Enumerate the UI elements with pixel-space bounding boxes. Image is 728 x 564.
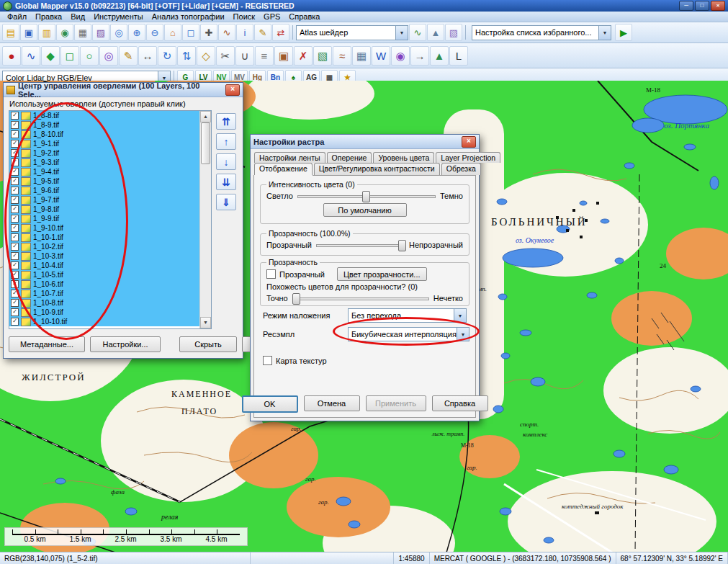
combine-features-button[interactable]: ∪	[235, 46, 254, 66]
terrain-shader-button[interactable]: ▲	[430, 46, 449, 66]
layer-checkbox[interactable]: ✓	[11, 252, 19, 260]
intensity-default-button[interactable]: По умолчанию	[323, 203, 407, 217]
layer-checkbox[interactable]: ✓	[11, 271, 19, 279]
layer-row[interactable]: ✓ 1_10-4.tif	[9, 261, 200, 270]
layer-checkbox[interactable]: ✓	[11, 205, 19, 213]
scroll-down-icon[interactable]: ▼	[200, 317, 211, 328]
slider-thumb[interactable]	[398, 240, 406, 251]
slider-thumb[interactable]	[362, 191, 370, 202]
layer-checkbox[interactable]: ✓	[11, 196, 19, 204]
open-data-button[interactable]: ▥	[38, 24, 55, 41]
digitizer-button[interactable]: ✎	[254, 24, 271, 41]
erase-button[interactable]: ✗	[294, 46, 313, 66]
layer-row[interactable]: ✓ 1_9-10.tif	[9, 223, 200, 233]
move-layer-down-button[interactable]: ↓	[216, 153, 236, 170]
move-layer-bottom-button[interactable]: ⇊	[216, 174, 236, 190]
line-of-sight-button[interactable]: →	[410, 46, 429, 66]
layer-row[interactable]: ✓ 1_10-10.tif	[9, 317, 200, 326]
layer-checkbox[interactable]: ✓	[11, 140, 19, 148]
layer-checkbox[interactable]: ✓	[11, 318, 19, 326]
slider-thumb[interactable]	[292, 293, 300, 305]
edit-feature-button[interactable]: ✎	[119, 46, 138, 66]
layer-checkbox[interactable]: ✓	[11, 168, 19, 176]
layer-row[interactable]: ✓ 1_9-8.tif	[9, 205, 200, 214]
ok-button[interactable]: OK	[242, 395, 298, 413]
favorites-combo[interactable]: Настройка списка избранного... ▼	[472, 25, 611, 40]
create-line-button[interactable]: ∿	[22, 46, 40, 66]
layer-row[interactable]: ✓ 1_9-3.tif	[9, 158, 200, 167]
layer-checkbox[interactable]: ✓	[11, 130, 19, 138]
layer-options-button[interactable]: Настройки...	[90, 336, 161, 352]
view-shed-button[interactable]: ◉	[391, 46, 410, 66]
menu-item[interactable]: GPS	[259, 12, 284, 22]
transparent-checkbox[interactable]	[266, 269, 276, 279]
lidar-tools-button[interactable]: L	[449, 46, 468, 66]
print-button[interactable]: ▦	[74, 24, 91, 41]
minimize-button[interactable]: ─	[679, 1, 693, 11]
layer-checkbox[interactable]: ✓	[11, 261, 19, 269]
cancel-button[interactable]: Отмена	[304, 395, 360, 411]
close-button[interactable]: ×	[711, 1, 725, 11]
resample-combo[interactable]: Бикубическая интерполяция ▼	[348, 327, 469, 341]
create-circle-button[interactable]: ○	[80, 46, 99, 66]
create-area-button[interactable]: ◆	[41, 46, 60, 66]
crop-raster-button[interactable]: ▣	[274, 46, 293, 66]
layer-row[interactable]: ✓ 1_9-5.tif	[9, 176, 200, 186]
layer-row[interactable]: ✓ 1_9-6.tif	[9, 186, 200, 195]
move-feature-button[interactable]: ↔	[138, 46, 157, 66]
menu-item[interactable]: Инструменты	[89, 12, 148, 22]
download-online-data-button[interactable]: ◉	[56, 24, 73, 41]
help-button[interactable]: Справка	[432, 395, 488, 411]
zoom-in-button[interactable]: ⊕	[128, 24, 145, 41]
zoom-tool-button[interactable]: ◎	[110, 24, 127, 41]
layer-checkbox[interactable]: ✓	[11, 233, 19, 241]
overlay-control-center-button[interactable]: ▨	[92, 24, 109, 41]
blend-mode-combo[interactable]: Без перехода ▼	[348, 308, 467, 323]
coordinate-convert-button[interactable]: ⇄	[272, 24, 289, 41]
menu-item[interactable]: Анализ топографии	[148, 12, 229, 22]
layer-checkbox[interactable]: ✓	[11, 187, 19, 194]
contour-generate-button[interactable]: ≈	[333, 46, 351, 66]
menu-item[interactable]: Вид	[66, 12, 89, 22]
menu-item[interactable]: Поиск	[229, 12, 259, 22]
layer-checkbox[interactable]: ✓	[11, 121, 19, 129]
close-icon[interactable]: ×	[462, 136, 476, 148]
layer-checkbox[interactable]: ✓	[11, 243, 19, 251]
transparency-color-button[interactable]: Цвет прозрачности...	[337, 267, 427, 281]
layer-checkbox[interactable]: ✓	[11, 112, 19, 120]
create-rectangle-button[interactable]: ◻	[60, 46, 79, 66]
chevron-down-icon[interactable]: ▼	[598, 26, 611, 40]
layer-checkbox[interactable]: ✓	[11, 280, 19, 288]
snap-toggle-button[interactable]: ≡	[255, 46, 274, 66]
hide-button[interactable]: Скрыть	[179, 336, 237, 352]
grab-pan-button[interactable]: ✚	[200, 24, 217, 41]
layer-row[interactable]: ✓ 1_10-2.tif	[9, 242, 200, 251]
layer-row[interactable]: ✓ 1_10-1.tif	[9, 233, 200, 242]
layer-row[interactable]: ✓ 1_10-5.tif	[9, 270, 200, 279]
paint-fill-button[interactable]: ▧	[313, 46, 332, 66]
chevron-down-icon[interactable]: ▼	[457, 328, 469, 341]
scrollbar-thumb[interactable]	[201, 122, 210, 164]
layer-checkbox[interactable]: ✓	[11, 149, 19, 157]
move-layer-bottom-most-button[interactable]: ⇓	[216, 194, 236, 210]
menu-item[interactable]: Справка	[284, 12, 324, 22]
raster-tab[interactable]: Настройки ленты	[254, 152, 325, 163]
layer-checkbox[interactable]: ✓	[11, 177, 19, 185]
layer-checkbox[interactable]: ✓	[11, 224, 19, 232]
layer-list[interactable]: ✓ 1_8-8.tif ✓ 1_8-9.tif ✓ 1_8-10.tif	[9, 110, 212, 329]
layer-checkbox[interactable]: ✓	[11, 158, 19, 166]
scroll-up-icon[interactable]: ▲	[200, 111, 211, 122]
grid-create-button[interactable]: ▦	[352, 46, 371, 66]
layer-row[interactable]: ✓ 1_9-7.tif	[9, 195, 200, 205]
layer-row[interactable]: ✓ 1_10-9.tif	[9, 308, 200, 317]
create-range-rings-button[interactable]: ◎	[99, 46, 118, 66]
layer-row[interactable]: ✓ 1_8-9.tif	[9, 120, 200, 130]
maximize-button[interactable]: □	[695, 1, 709, 11]
path-profile-button[interactable]: ∿	[409, 24, 426, 41]
split-feature-button[interactable]: ✂	[216, 46, 235, 66]
move-layer-up-button[interactable]: ↑	[216, 133, 236, 150]
layer-row[interactable]: ✓ 1_8-8.tif	[9, 111, 200, 120]
apply-button[interactable]: Применить	[366, 395, 426, 411]
layer-row[interactable]: ✓ 1_9-4.tif	[9, 167, 200, 176]
layer-row[interactable]: ✓ 1_10-6.tif	[9, 279, 200, 289]
